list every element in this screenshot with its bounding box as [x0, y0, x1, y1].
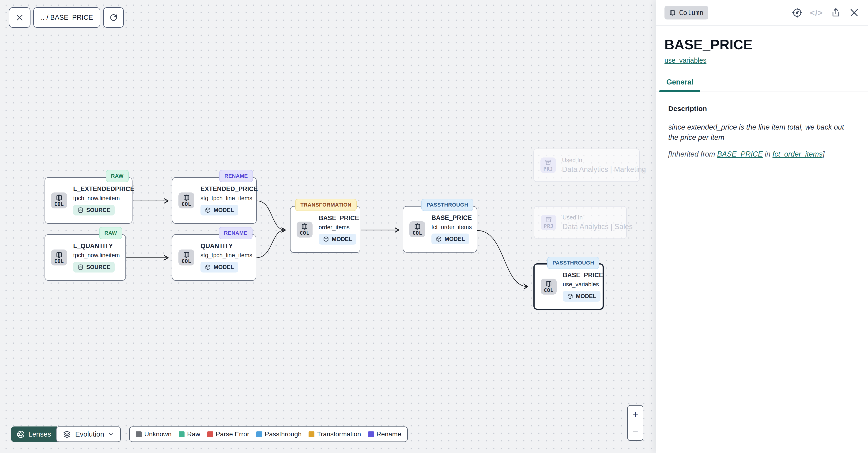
details-panel: Column </> BASE_PRICE use_variables Gene… [656, 0, 868, 453]
evolution-legend: Unknown Raw Parse Error Passthrough Tran… [129, 426, 408, 442]
model-link[interactable]: use_variables [664, 57, 707, 64]
node-title: BASE_PRICE [319, 215, 359, 222]
cube-icon [436, 236, 442, 242]
node-subtitle: stg_tpch_line_items [200, 195, 252, 202]
inherited-suffix: ] [823, 150, 825, 158]
used-in-label: Used In [562, 157, 582, 164]
description-heading: Description [668, 105, 856, 113]
evolution-badge: RAW [106, 170, 129, 182]
legend-item: Unknown [136, 430, 172, 438]
used-in-label: Used In [562, 214, 583, 221]
share-icon [831, 7, 841, 18]
panel-tabs: General [656, 76, 868, 92]
zoom-in-button[interactable]: + [628, 405, 643, 423]
evolution-badge: RAW [99, 227, 122, 239]
node-base-price-fct-order-items[interactable]: PASSTHROUGH COL BASE_PRICE fct_order_ite… [403, 206, 477, 253]
refresh-button[interactable] [103, 7, 124, 28]
database-icon [78, 207, 84, 214]
node-title: QUANTITY [200, 243, 233, 250]
columns-icon [414, 223, 421, 230]
legend-label: Raw [187, 430, 200, 438]
node-subtitle: order_items [319, 224, 349, 231]
inherited-prefix: [Inherited from [668, 150, 717, 158]
columns-icon [56, 251, 63, 258]
legend-label: Unknown [144, 430, 172, 438]
node-base-price-use-variables[interactable]: PASSTHROUGH COL BASE_PRICE use_variables… [533, 263, 604, 310]
refresh-icon [109, 13, 118, 22]
node-l-quantity[interactable]: RAW COL L_QUANTITY tpch_now.lineitem SOU… [44, 234, 126, 281]
close-panel-button[interactable] [849, 7, 860, 18]
node-title: L_QUANTITY [73, 243, 113, 250]
column-type-chip: COL [541, 279, 557, 294]
column-type-chip: COL [51, 193, 67, 208]
evolution-badge: PASSTHROUGH [421, 199, 473, 211]
lenses-button[interactable]: Lenses [11, 426, 57, 442]
graph-toolbar: .. / BASE_PRICE [9, 7, 124, 28]
inherited-middle: in [763, 150, 772, 158]
node-subtitle: tpch_now.lineitem [73, 252, 120, 259]
compass-icon [792, 7, 803, 18]
explore-lineage-button[interactable] [792, 7, 803, 18]
node-used-in-marketing[interactable]: PRJ Used In Data Analytics | Marketing [533, 148, 640, 182]
code-view-button[interactable]: </> [810, 8, 823, 17]
legend-item: Transformation [309, 430, 361, 438]
node-used-in-sales[interactable]: PRJ Used In Data Analytics | Sales [534, 206, 627, 239]
archive-icon [545, 216, 552, 223]
chip-label: COL [54, 258, 64, 264]
close-icon [16, 13, 24, 22]
aperture-icon [17, 430, 25, 438]
source-tag: SOURCE [73, 205, 115, 216]
node-title: BASE_PRICE [563, 272, 603, 279]
model-tag: MODEL [200, 205, 238, 216]
columns-icon [669, 9, 676, 16]
column-type-chip: COL [409, 221, 425, 237]
tag-label: MODEL [444, 236, 465, 242]
close-icon [849, 7, 860, 18]
node-base-price-order-items[interactable]: TRANSFORMATION COL BASE_PRICE order_item… [290, 206, 361, 253]
node-extended-price[interactable]: RENAME COL EXTENDED_PRICE stg_tpch_line_… [172, 177, 257, 224]
node-subtitle: fct_order_items [431, 224, 472, 230]
database-icon [78, 264, 84, 271]
chip-label: PRJ [544, 223, 554, 229]
zoom-control: + − [627, 405, 643, 441]
breadcrumb[interactable]: .. / BASE_PRICE [33, 7, 100, 28]
tag-label: SOURCE [86, 264, 111, 271]
node-subtitle: use_variables [563, 281, 599, 288]
share-button[interactable] [831, 7, 841, 18]
tag-label: MODEL [214, 264, 234, 271]
chip-label: COL [54, 201, 64, 207]
legend-swatch [207, 431, 213, 437]
node-quantity[interactable]: RENAME COL QUANTITY stg_tpch_line_items … [172, 234, 256, 281]
columns-icon [183, 251, 190, 258]
inherited-note: [Inherited from BASE_PRICE in fct_order_… [668, 150, 856, 159]
node-subtitle: tpch_now.lineitem [73, 195, 120, 202]
chip-label: COL [544, 287, 554, 293]
evolution-badge: TRANSFORMATION [295, 199, 356, 211]
inherited-link-model[interactable]: fct_order_items [773, 150, 823, 158]
lens-control: Lenses Evolution [11, 426, 121, 442]
project-type-chip: PRJ [540, 158, 556, 173]
chip-label: COL [413, 230, 422, 236]
node-title: L_EXTENDEDPRICE [73, 186, 134, 193]
legend-swatch [179, 431, 185, 437]
lenses-label: Lenses [28, 430, 51, 438]
close-lineage-button[interactable] [9, 7, 30, 28]
legend-swatch [136, 431, 142, 437]
legend-swatch [368, 431, 374, 437]
archive-icon [545, 159, 552, 166]
model-tag: MODEL [200, 262, 238, 273]
layers-icon [63, 430, 71, 439]
node-l-extendedprice[interactable]: RAW COL L_EXTENDEDPRICE tpch_now.lineite… [44, 177, 132, 224]
evolution-badge: RENAME [219, 170, 253, 182]
chip-label: COL [182, 258, 191, 264]
tab-general[interactable]: General [659, 76, 700, 91]
columns-icon [56, 194, 63, 201]
panel-title: BASE_PRICE [664, 37, 860, 52]
panel-title-block: BASE_PRICE use_variables [656, 26, 868, 64]
zoom-out-button[interactable]: − [628, 423, 643, 440]
legend-label: Parse Error [216, 430, 249, 438]
project-name: Data Analytics | Marketing [562, 165, 646, 174]
inherited-link-column[interactable]: BASE_PRICE [717, 150, 763, 158]
evolution-badge: PASSTHROUGH [547, 257, 599, 269]
lens-selector-dropdown[interactable]: Evolution [56, 426, 121, 442]
